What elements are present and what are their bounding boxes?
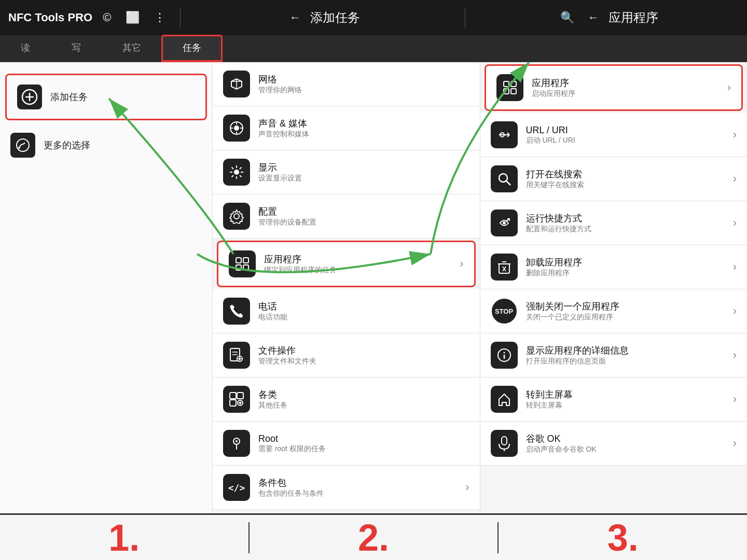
google-ok-text: 谷歌 OK 启动声音命令谷歌 OK bbox=[526, 432, 725, 454]
url-text: URL / URI 启动 URL / URI bbox=[526, 125, 725, 145]
svg-point-58 bbox=[503, 352, 505, 354]
svg-line-18 bbox=[232, 167, 234, 170]
add-task-item[interactable]: 添加任务 bbox=[7, 75, 205, 119]
svg-rect-44 bbox=[511, 89, 516, 94]
copyright-icon[interactable]: © bbox=[99, 9, 115, 26]
url-chevron: › bbox=[733, 128, 737, 142]
svg-point-13 bbox=[234, 170, 239, 175]
home-icon bbox=[491, 386, 518, 413]
svg-rect-26 bbox=[243, 265, 248, 270]
network-text: 网络 管理你的网络 bbox=[258, 73, 469, 95]
right-item-shortcut[interactable]: 运行快捷方式 配置和运行快捷方式 › bbox=[480, 201, 748, 245]
svg-point-4 bbox=[18, 147, 20, 149]
svg-rect-24 bbox=[243, 258, 248, 263]
list-item-config[interactable]: 配置 管理你的设备配置 bbox=[213, 194, 480, 239]
svg-rect-60 bbox=[502, 437, 507, 445]
list-item-phone[interactable]: 电话 电话功能 bbox=[213, 289, 480, 333]
files-text: 文件操作 管理文件和文件夹 bbox=[258, 344, 469, 366]
more-options-item[interactable]: 更多的选择 bbox=[0, 123, 212, 167]
list-item-misc[interactable]: 各类 其他任务 bbox=[213, 377, 480, 422]
right-item-search[interactable]: 打开在线搜索 用关键字在线搜索 › bbox=[480, 157, 748, 201]
list-item-root[interactable]: Root 需要 root 权限的任务 bbox=[213, 422, 480, 466]
display-text: 显示 设置显示设置 bbox=[258, 161, 469, 183]
list-item-apps[interactable]: 应用程序 绑定到应用程序的任务 › bbox=[218, 242, 474, 286]
svg-point-22 bbox=[234, 214, 239, 219]
display-icon bbox=[223, 159, 250, 186]
add-task-highlight: 添加任务 bbox=[5, 74, 207, 120]
top-bar: NFC Tools PRO © ⬜ ⋮ ← 添加任务 🔍 ← 应用程序 bbox=[0, 0, 747, 35]
apps-icon bbox=[229, 250, 256, 277]
back-icon-right[interactable]: ← bbox=[584, 9, 603, 26]
force-close-icon: STOP bbox=[491, 298, 518, 325]
right-item-apps[interactable]: 应用程序 启动应用程序 › bbox=[486, 66, 742, 109]
root-icon bbox=[223, 430, 250, 457]
svg-point-8 bbox=[234, 125, 239, 131]
list-item-files[interactable]: 文件操作 管理文件和文件夹 bbox=[213, 333, 480, 377]
app-title: NFC Tools PRO bbox=[8, 11, 92, 24]
sound-icon bbox=[223, 115, 250, 142]
tab-read[interactable]: 读 bbox=[0, 35, 51, 62]
search-icon bbox=[491, 165, 518, 192]
config-text: 配置 管理你的设备配置 bbox=[258, 205, 469, 227]
right-panel: 应用程序 启动应用程序 › URL / URI 启动 URL / URI › bbox=[480, 62, 748, 513]
add-task-icon bbox=[17, 85, 42, 109]
uninstall-chevron: › bbox=[733, 260, 737, 274]
home-text: 转到主屏幕 转到主屏幕 bbox=[526, 388, 725, 410]
google-ok-icon bbox=[491, 430, 518, 457]
sound-text: 声音 & 媒体 声音控制和媒体 bbox=[258, 117, 469, 139]
right-header: 🔍 ← 应用程序 bbox=[476, 9, 739, 26]
phone-icon bbox=[223, 298, 250, 325]
right-item-force-close[interactable]: STOP 强制关闭一个应用程序 关闭一个已定义的应用程序 › bbox=[480, 289, 748, 333]
right-item-app-info[interactable]: 显示应用程序的详细信息 打开应用程序的信息页面 › bbox=[480, 333, 748, 377]
svg-rect-41 bbox=[504, 81, 509, 87]
right-apps-chevron: › bbox=[727, 81, 731, 94]
home-chevron: › bbox=[733, 393, 737, 406]
right-item-uninstall[interactable]: 卸载应用程序 删除应用程序 › bbox=[480, 245, 748, 289]
right-item-google-ok[interactable]: 谷歌 OK 启动声音命令谷歌 OK › bbox=[480, 422, 748, 466]
add-task-text: 添加任务 bbox=[50, 91, 88, 103]
app-info-text: 显示应用程序的详细信息 打开应用程序的信息页面 bbox=[526, 344, 725, 366]
misc-text: 各类 其他任务 bbox=[258, 388, 469, 410]
center-header: ← 添加任务 bbox=[191, 9, 454, 26]
list-item-conditional[interactable]: </> 条件包 包含你的任务与条件 › bbox=[213, 466, 480, 510]
more-options-icon bbox=[10, 133, 35, 158]
back-icon-center[interactable]: ← bbox=[285, 9, 305, 26]
conditional-icon: </> bbox=[223, 474, 250, 501]
right-title: 应用程序 bbox=[608, 9, 658, 26]
conditional-chevron: › bbox=[465, 481, 469, 494]
uninstall-text: 卸载应用程序 删除应用程序 bbox=[526, 256, 725, 278]
svg-rect-23 bbox=[236, 258, 241, 263]
app-highlight-right: 应用程序 启动应用程序 › bbox=[485, 64, 743, 111]
right-item-url[interactable]: URL / URI 启动 URL / URI › bbox=[480, 113, 748, 157]
svg-line-19 bbox=[240, 175, 242, 177]
more-icon[interactable]: ⋮ bbox=[150, 9, 170, 26]
svg-rect-34 bbox=[237, 393, 243, 399]
search-icon-right[interactable]: 🔍 bbox=[556, 9, 578, 26]
app-info-icon bbox=[491, 342, 518, 369]
tab-write[interactable]: 写 bbox=[51, 35, 102, 62]
search-chevron: › bbox=[733, 172, 737, 186]
svg-rect-43 bbox=[504, 89, 509, 94]
tab-tasks[interactable]: 任务 bbox=[162, 35, 222, 62]
svg-rect-42 bbox=[511, 81, 516, 87]
svg-point-49 bbox=[499, 174, 507, 182]
center-title: 添加任务 bbox=[310, 9, 360, 26]
svg-line-21 bbox=[232, 175, 234, 177]
more-options-label: 更多的选择 bbox=[44, 139, 90, 151]
list-item-sound[interactable]: 声音 & 媒体 声音控制和媒体 bbox=[213, 106, 480, 150]
list-item-network[interactable]: 网络 管理你的网络 bbox=[213, 62, 480, 106]
help-icon[interactable]: ⬜ bbox=[121, 9, 144, 26]
svg-rect-25 bbox=[236, 265, 241, 270]
right-apps-text: 应用程序 启动应用程序 bbox=[532, 77, 719, 99]
config-icon bbox=[223, 203, 250, 230]
svg-line-50 bbox=[506, 181, 510, 185]
app-highlight-center: 应用程序 绑定到应用程序的任务 › bbox=[217, 241, 476, 287]
shortcut-chevron: › bbox=[733, 216, 737, 230]
search-text: 打开在线搜索 用关键字在线搜索 bbox=[526, 168, 725, 190]
root-text: Root 需要 root 权限的任务 bbox=[258, 433, 469, 454]
svg-line-20 bbox=[240, 167, 242, 170]
tab-other[interactable]: 其它 bbox=[102, 35, 162, 62]
network-icon bbox=[223, 71, 250, 97]
right-item-home[interactable]: 转到主屏幕 转到主屏幕 › bbox=[480, 377, 748, 422]
list-item-display[interactable]: 显示 设置显示设置 bbox=[213, 150, 480, 194]
